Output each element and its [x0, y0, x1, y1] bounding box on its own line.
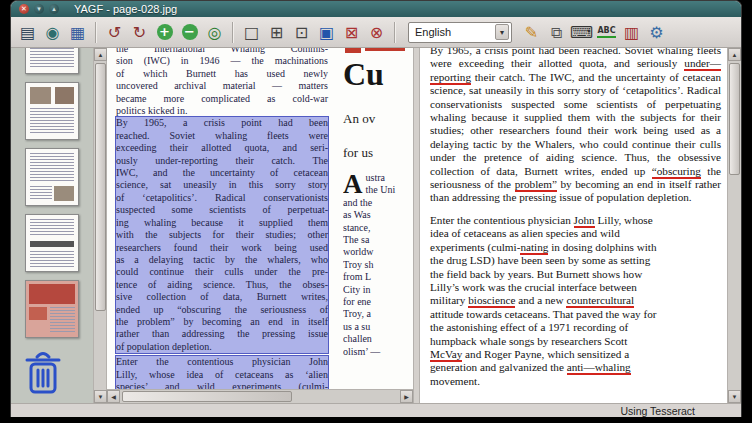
misspelled-word: countercultural [566, 294, 634, 308]
scroll-up-icon[interactable]: ▲ [728, 48, 741, 61]
scan-text-line: of ‘cetapolitics’. Radical conservationi… [116, 192, 328, 204]
thumbnail-page[interactable] [25, 214, 79, 272]
scroll-right-icon[interactable]: ▶ [400, 390, 413, 403]
edit-text-button[interactable]: ✎ [519, 20, 544, 45]
toolbar: ▤◉▦↺↻+−◎□⊞⊡▣⊠⊗English▾✎⧉⌨ABC▥⚙ [11, 17, 741, 48]
scan-text-line: ing whaling because it supplied them [116, 217, 328, 229]
sidebar-scrollbar-handle[interactable] [95, 63, 106, 311]
keyboard-button[interactable]: ⌨ [569, 20, 594, 45]
dictionary-icon: ▥ [624, 23, 639, 42]
clear-region-button[interactable]: ⊠ [339, 20, 364, 45]
thumbnail-page[interactable] [25, 280, 79, 338]
close-button[interactable]: ✕ [19, 4, 29, 14]
scroll-down-icon[interactable]: ▼ [94, 390, 107, 403]
scan-text-line: olism’ — [343, 346, 413, 358]
ocr-paragraph: By 1965, a crisis point had been reached… [430, 48, 721, 205]
fit-page-button[interactable]: ⊡ [289, 20, 314, 45]
scan-text-line: from L [343, 271, 413, 283]
page-art-red-block [345, 48, 361, 53]
selection-region-2[interactable]: Enter the contentious physician JohnLill… [116, 356, 328, 389]
keyboard-icon: ⌨ [570, 23, 593, 42]
scan-text-line: reached. Soviet whaling fleets were [116, 130, 328, 142]
ocr-scrollbar-handle[interactable] [729, 63, 740, 175]
pencil-icon: ✎ [525, 23, 538, 42]
open-image-button[interactable]: ◉ [40, 20, 65, 45]
settings-button[interactable]: ⚙ [644, 20, 669, 45]
scan-text-line: of which Burnett has used newly [116, 68, 328, 80]
thumb-art [30, 219, 74, 237]
scan-pre-lines: the International Whaling Commis-sion (I… [116, 48, 328, 117]
scroll-left-icon[interactable]: ◀ [107, 390, 120, 403]
main-area: ▲ ▼ the International Whaling Commis-sio… [11, 48, 741, 403]
thumb-art [30, 186, 52, 201]
save-button[interactable]: ▦ [65, 20, 90, 45]
scan-button[interactable]: ▤ [15, 20, 40, 45]
select-region-icon: □ [244, 23, 259, 42]
scan-text-line: species’ and wild experiments (culmi- [116, 381, 328, 389]
sidebar-scrollbar[interactable]: ▲ ▼ [93, 48, 107, 403]
title-bar[interactable]: ✕ ▾ ▴ YAGF - page-028.jpg [11, 1, 741, 17]
rotate-right-button[interactable]: ↻ [127, 20, 152, 45]
selection-region-1[interactable]: By 1965, a crisis point had beenreached.… [116, 117, 328, 353]
language-select[interactable]: English▾ [408, 22, 512, 43]
scan-view[interactable]: the International Whaling Commis-sion (I… [107, 48, 413, 403]
scan-scrollbar-handle[interactable] [122, 391, 292, 402]
ocr-scrollbar[interactable]: ▲ ▼ [727, 48, 741, 403]
select-region-button[interactable]: □ [239, 20, 264, 45]
chevron-down-icon[interactable]: ▾ [495, 24, 509, 40]
recognize-icon: ▣ [319, 23, 334, 42]
scan-text-line: IWC, and the uncertainty of cetacean [116, 167, 328, 179]
rotate-left-button[interactable]: ↺ [102, 20, 127, 45]
ocr-paragraph: Enter the contentious physician John Lil… [430, 214, 662, 388]
scroll-down-icon[interactable]: ▼ [728, 390, 741, 403]
maximize-button[interactable]: ▴ [49, 4, 59, 14]
ocr-text-segment: Enter the contentious physician [430, 214, 574, 226]
zoom-out-button[interactable]: − [177, 20, 202, 45]
fit-page-icon: ⊡ [295, 23, 308, 42]
scan-text-line: ended up “obscuring the seriousness of [116, 304, 328, 316]
scan-text-line: ously under-reporting their catch. The [116, 155, 328, 167]
clear-all-icon: ⊗ [370, 23, 383, 42]
scan-text-line: Lilly, whose idea of cetaceans as ‘alien [116, 369, 328, 381]
minimize-button[interactable]: ▾ [34, 4, 44, 14]
misspelled-word: McVay [430, 348, 462, 362]
dictionary-button[interactable]: ▥ [619, 20, 644, 45]
clear-all-button[interactable]: ⊗ [364, 20, 389, 45]
scan-text-line: researchers found their work being used [116, 242, 328, 254]
thumbnail-page[interactable] [25, 148, 79, 206]
scan-text-line: as a delaying tactic by the whalers, who [116, 254, 328, 266]
scan-text-line: us a su [343, 321, 413, 333]
window-title: YAGF - page-028.jpg [74, 3, 177, 15]
zoom-in-button[interactable]: + [152, 20, 177, 45]
spellcheck-button[interactable]: ABC [594, 20, 619, 45]
thumb-art [29, 284, 75, 304]
plus-icon: + [157, 24, 173, 40]
original-size-button[interactable]: ◎ [202, 20, 227, 45]
thumbnail-page[interactable] [25, 48, 79, 74]
thumb-art [30, 108, 74, 135]
trash-icon[interactable] [23, 349, 63, 397]
misspelled-word: anti—whaling [567, 361, 631, 375]
scanned-page[interactable]: the International Whaling Commis-sion (I… [107, 48, 413, 389]
scan-text-line: City in [343, 284, 413, 296]
recognize-button[interactable]: ▣ [314, 20, 339, 45]
copy-text-button[interactable]: ⧉ [544, 20, 569, 45]
page-art [343, 48, 413, 55]
ocr-text[interactable]: By 1965, a crisis point had been reached… [430, 48, 721, 388]
thumb-art [50, 307, 75, 334]
thumbnail-page[interactable] [25, 82, 79, 140]
scan-text-line: the International Whaling Commis- [116, 48, 328, 55]
select-multiple-button[interactable]: ⊞ [264, 20, 289, 45]
scroll-up-icon[interactable]: ▲ [94, 48, 107, 61]
ocr-panel[interactable]: By 1965, a crisis point had been reached… [420, 48, 727, 403]
panel-splitter[interactable] [413, 48, 420, 403]
scan-text-line: sion (IWC) in 1946 — the machinations [116, 55, 328, 67]
misspelled-word: bioscience [468, 294, 515, 308]
scan-text-line: challen [343, 333, 413, 345]
misspelled-word: John [574, 214, 595, 228]
thumb-art [30, 48, 74, 69]
misspelled-word: nating [520, 241, 548, 255]
scan-horizontal-scrollbar[interactable]: ◀ ▶ [107, 389, 413, 403]
scan-text-line: stance, [343, 222, 413, 234]
thumb-art [55, 87, 74, 104]
